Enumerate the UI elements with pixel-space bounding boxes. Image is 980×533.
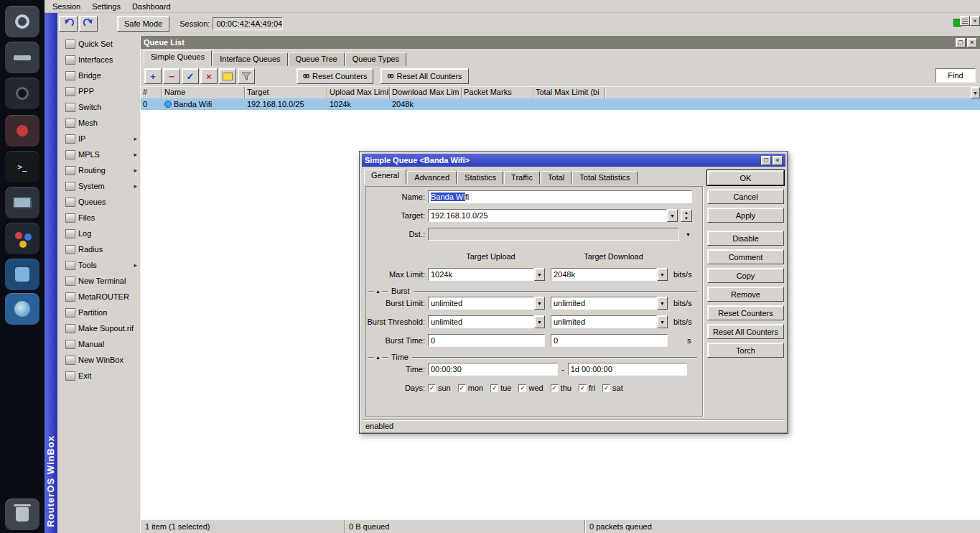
sidebar-item-system[interactable]: System▸: [63, 178, 140, 194]
apply-button[interactable]: Apply: [707, 208, 784, 223]
burst-threshold-upload-dropdown[interactable]: ▼: [534, 315, 545, 328]
disable-button[interactable]: Disable: [707, 231, 784, 246]
tab-total[interactable]: Total: [541, 171, 571, 185]
target-dropdown-button[interactable]: ▼: [667, 209, 678, 222]
sidebar-item-interfaces[interactable]: Interfaces: [63, 52, 140, 68]
burst-time-upload-input[interactable]: 0: [428, 334, 545, 347]
table-row[interactable]: 0 Banda Wifi 192.168.10.0/25 1024k 2048k: [141, 98, 980, 110]
tab-interface-queues[interactable]: Interface Queues: [213, 52, 287, 66]
collapse-arrow-icon[interactable]: ▲: [375, 355, 381, 360]
menu-settings[interactable]: Settings: [86, 1, 126, 11]
time-from-input[interactable]: 00:00:30: [428, 363, 558, 376]
sidebar-item-bridge[interactable]: Bridge: [63, 68, 140, 83]
tab-total-statistics[interactable]: Total Statistics: [572, 171, 637, 185]
trash-icon[interactable]: [5, 499, 39, 530]
sidebar-item-metarouter[interactable]: MetaROUTER: [63, 289, 140, 305]
settings-icon[interactable]: [5, 6, 39, 37]
burst-limit-download-dropdown[interactable]: ▼: [657, 297, 668, 310]
torch-button[interactable]: Torch: [707, 343, 784, 358]
max-limit-download-dropdown[interactable]: ▼: [657, 268, 668, 281]
max-limit-upload-dropdown[interactable]: ▼: [534, 268, 545, 281]
copy-button[interactable]: Copy: [707, 268, 784, 283]
tab-statistics[interactable]: Statistics: [457, 171, 503, 185]
reset-all-counters-button[interactable]: 00 Reset All Counters: [381, 68, 468, 84]
burst-limit-upload-input[interactable]: unlimited: [428, 297, 534, 310]
sidebar-item-radius[interactable]: Radius: [63, 241, 140, 257]
column-header-total[interactable]: Total Max Limit (bi: [533, 87, 605, 98]
packages-icon[interactable]: [5, 223, 39, 254]
column-header-target[interactable]: Target: [245, 87, 327, 98]
media-icon[interactable]: [5, 115, 39, 147]
close-button[interactable]: ×: [773, 156, 783, 165]
sidebar-item-ip[interactable]: IP▸: [63, 131, 140, 147]
restore-button[interactable]: □: [956, 38, 966, 47]
day-fri-checkbox[interactable]: ✓: [579, 384, 587, 392]
undo-button[interactable]: [59, 16, 78, 32]
computer-icon[interactable]: [5, 187, 39, 218]
dialog-titlebar[interactable]: Simple Queue <Banda Wifi> □ ×: [362, 154, 785, 167]
tab-advanced[interactable]: Advanced: [407, 171, 457, 185]
redo-button[interactable]: [79, 16, 98, 32]
burst-threshold-upload-input[interactable]: unlimited: [428, 315, 534, 328]
sidebar-item-quick-set[interactable]: Quick Set: [63, 36, 140, 52]
restore-button[interactable]: □: [761, 156, 771, 165]
day-mon-checkbox[interactable]: ✓: [458, 384, 466, 392]
close-button[interactable]: ×: [967, 38, 977, 47]
day-sun-checkbox[interactable]: ✓: [428, 384, 436, 392]
comment-button[interactable]: Comment: [707, 249, 784, 264]
enable-button[interactable]: ✓: [182, 68, 199, 84]
name-input[interactable]: Banda Wifi: [428, 190, 692, 203]
sidebar-item-files[interactable]: Files: [63, 210, 140, 226]
comment-button[interactable]: [219, 68, 236, 84]
column-header-upload[interactable]: Upload Max Limit: [327, 87, 390, 98]
tab-general[interactable]: General: [364, 169, 406, 185]
remove-button[interactable]: Remove: [707, 287, 784, 302]
target-updown-button[interactable]: ▲ ▼: [681, 209, 692, 222]
burst-limit-download-input[interactable]: unlimited: [551, 297, 657, 310]
camera-icon[interactable]: [5, 78, 39, 109]
sidebar-item-new-terminal[interactable]: New Terminal: [63, 273, 140, 289]
sidebar-item-queues[interactable]: Queues: [63, 194, 140, 210]
sidebar-item-ppp[interactable]: PPP: [63, 83, 140, 99]
cancel-button[interactable]: Cancel: [707, 189, 784, 204]
day-thu-checkbox[interactable]: ✓: [551, 384, 559, 392]
add-button[interactable]: +: [144, 68, 162, 84]
minimize-button[interactable]: [960, 16, 970, 26]
column-header-packet-marks[interactable]: Packet Marks: [462, 87, 533, 98]
burst-limit-upload-dropdown[interactable]: ▼: [534, 297, 545, 310]
sidebar-item-mpls[interactable]: MPLS▸: [63, 147, 140, 162]
filter-button[interactable]: [238, 68, 255, 84]
sidebar-item-manual[interactable]: Manual: [63, 336, 140, 352]
max-limit-download-input[interactable]: 2048k: [551, 268, 657, 281]
reset-counters-button[interactable]: Reset Counters: [707, 305, 784, 320]
queue-list-titlebar[interactable]: Queue List □ ×: [141, 36, 980, 49]
network-app-icon[interactable]: [5, 259, 39, 290]
max-limit-upload-input[interactable]: 1024k: [428, 268, 534, 281]
sidebar-item-exit[interactable]: Exit: [63, 368, 140, 384]
printer-icon[interactable]: [5, 42, 39, 73]
day-tue-checkbox[interactable]: ✓: [490, 384, 498, 392]
burst-time-download-input[interactable]: 0: [551, 334, 668, 347]
sidebar-item-log[interactable]: Log: [63, 226, 140, 241]
sidebar-item-routing[interactable]: Routing▸: [63, 162, 140, 178]
columns-dropdown-button[interactable]: ▼: [971, 87, 980, 98]
tab-traffic[interactable]: Traffic: [504, 171, 540, 185]
target-input[interactable]: 192.168.10.0/25: [428, 209, 667, 222]
burst-threshold-download-input[interactable]: unlimited: [551, 315, 657, 328]
burst-threshold-download-dropdown[interactable]: ▼: [657, 315, 668, 328]
tab-queue-tree[interactable]: Queue Tree: [289, 52, 345, 66]
sidebar-item-switch[interactable]: Switch: [63, 99, 140, 115]
remove-button[interactable]: −: [163, 68, 180, 84]
safe-mode-button[interactable]: Safe Mode: [117, 16, 169, 32]
column-header-num[interactable]: #: [141, 87, 162, 98]
close-button[interactable]: ×: [970, 16, 980, 26]
tab-simple-queues[interactable]: Simple Queues: [144, 50, 212, 66]
sidebar-item-new-winbox[interactable]: New WinBox: [63, 352, 140, 368]
terminal-icon[interactable]: >_: [5, 151, 39, 182]
sidebar-item-partition[interactable]: Partition: [63, 305, 140, 320]
reset-counters-button[interactable]: 00 Reset Counters: [297, 68, 373, 84]
sidebar-item-tools[interactable]: Tools▸: [63, 257, 140, 273]
column-header-name[interactable]: Name: [162, 87, 245, 98]
time-to-input[interactable]: 1d 00:00:00: [568, 363, 687, 376]
reset-all-counters-button[interactable]: Reset All Counters: [707, 324, 784, 339]
